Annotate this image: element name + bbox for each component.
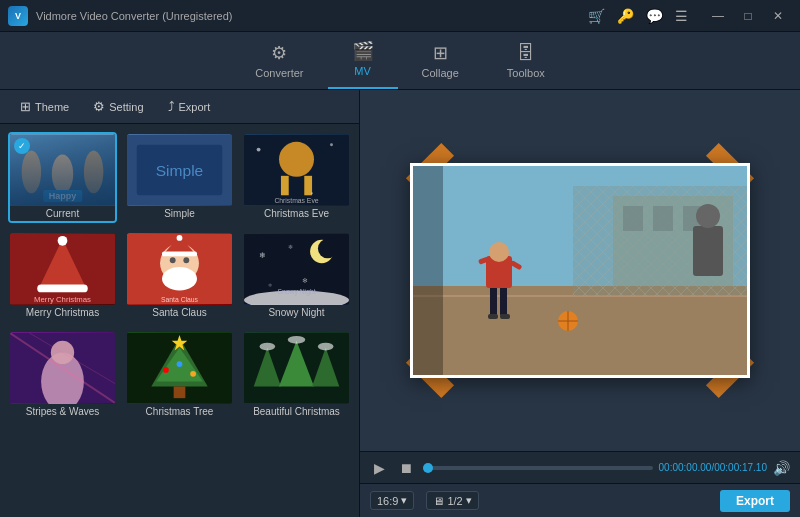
- svg-rect-80: [693, 226, 723, 276]
- page-selector[interactable]: 🖥 1/2 ▾: [426, 491, 478, 510]
- theme-santa-claus[interactable]: Santa Claus Santa Claus: [125, 231, 234, 322]
- progress-dot: [423, 463, 433, 473]
- title-text: Vidmore Video Converter (Unregistered): [36, 10, 588, 22]
- title-icons: 🛒 🔑 💬 ☰: [588, 8, 688, 24]
- converter-icon: ⚙: [271, 42, 287, 64]
- app-logo: V: [8, 6, 28, 26]
- svg-point-1: [22, 151, 41, 194]
- video-frame: [410, 163, 750, 378]
- minimize-button[interactable]: —: [704, 5, 732, 27]
- monitor-icon: 🖥: [433, 495, 444, 507]
- svg-rect-46: [174, 386, 186, 398]
- svg-point-24: [162, 267, 197, 290]
- shopping-cart-icon[interactable]: 🛒: [588, 8, 605, 24]
- svg-rect-70: [500, 284, 507, 316]
- svg-text:❄: ❄: [259, 251, 266, 260]
- svg-point-13: [311, 192, 313, 194]
- key-icon[interactable]: 🔑: [617, 8, 634, 24]
- mv-icon: 🎬: [352, 40, 374, 62]
- svg-point-47: [163, 367, 169, 373]
- setting-button[interactable]: ⚙ Setting: [83, 95, 153, 118]
- svg-rect-75: [488, 314, 498, 319]
- theme-beautiful-christmas[interactable]: Beautiful Christmas: [242, 330, 351, 421]
- theme-merry-label: Merry Christmas: [10, 305, 115, 320]
- maximize-button[interactable]: □: [734, 5, 762, 27]
- theme-santa-label: Santa Claus: [127, 305, 232, 320]
- progress-bar[interactable]: [423, 466, 653, 470]
- svg-rect-17: [37, 285, 88, 293]
- svg-point-31: [318, 239, 337, 258]
- theme-merry-christmas[interactable]: Merry Christmas Merry Christmas: [8, 231, 117, 322]
- stop-button[interactable]: ⏹: [395, 458, 417, 478]
- svg-text:Merry Christmas: Merry Christmas: [34, 295, 91, 304]
- content: ⊞ Theme ⚙ Setting ⤴ Export ✓: [0, 90, 800, 517]
- theme-label: Theme: [35, 101, 69, 113]
- left-panel: ⊞ Theme ⚙ Setting ⤴ Export ✓: [0, 90, 360, 517]
- export-button[interactable]: Export: [720, 490, 790, 512]
- svg-point-55: [260, 343, 276, 351]
- aspect-ratio-selector[interactable]: 16:9 ▾: [370, 491, 414, 510]
- preview-area: [360, 90, 800, 451]
- toolbox-icon: 🗄: [517, 43, 535, 64]
- tab-toolbox[interactable]: 🗄 Toolbox: [483, 37, 569, 89]
- svg-point-22: [170, 257, 176, 263]
- svg-rect-67: [653, 206, 673, 231]
- export-sub-label: Export: [179, 101, 211, 113]
- tab-converter-label: Converter: [255, 67, 303, 79]
- export-sub-button[interactable]: ⤴ Export: [158, 95, 221, 118]
- svg-point-11: [257, 148, 261, 152]
- bottom-controls: 16:9 ▾ 🖥 1/2 ▾ Export: [360, 483, 800, 517]
- theme-current[interactable]: ✓: [8, 132, 117, 223]
- svg-point-81: [696, 204, 720, 228]
- svg-point-27: [177, 235, 183, 241]
- chat-icon[interactable]: 💬: [646, 8, 663, 24]
- theme-button[interactable]: ⊞ Theme: [10, 95, 79, 118]
- theme-beautiful-label: Beautiful Christmas: [244, 404, 349, 419]
- svg-point-72: [489, 242, 509, 262]
- svg-text:❄: ❄: [268, 283, 272, 288]
- play-button[interactable]: ▶: [370, 458, 389, 478]
- svg-point-3: [84, 151, 103, 194]
- time-display: 00:00:00.00/00:00:17.10: [659, 462, 767, 473]
- svg-rect-26: [162, 252, 197, 257]
- theme-simple-label: Simple: [127, 206, 232, 221]
- svg-rect-76: [500, 314, 510, 319]
- tab-collage-label: Collage: [422, 67, 459, 79]
- theme-stripes-label: Stripes & Waves: [10, 404, 115, 419]
- svg-point-2: [52, 154, 73, 193]
- export-arrow-icon: ⤴: [168, 99, 175, 114]
- svg-rect-9: [281, 176, 289, 195]
- svg-point-57: [318, 343, 334, 351]
- theme-christmas-tree[interactable]: Christmas Tree: [125, 330, 234, 421]
- svg-text:❄: ❄: [302, 277, 308, 284]
- collage-icon: ⊞: [433, 42, 448, 64]
- tab-collage[interactable]: ⊞ Collage: [398, 36, 483, 89]
- menu-icon[interactable]: ☰: [675, 8, 688, 24]
- svg-rect-82: [413, 166, 443, 375]
- theme-simple[interactable]: Simple Simple: [125, 132, 234, 223]
- tab-converter[interactable]: ⚙ Converter: [231, 36, 327, 89]
- tab-mv-label: MV: [354, 65, 371, 77]
- setting-gear-icon: ⚙: [93, 99, 105, 114]
- current-theme-sublabel: Happy: [43, 190, 83, 202]
- theme-christmas-eve[interactable]: Christmas Eve Christmas Eve: [242, 132, 351, 223]
- close-button[interactable]: ✕: [764, 5, 792, 27]
- right-panel: ▶ ⏹ 00:00:00.00/00:00:17.10 🔊 16:9 ▾ 🖥 1…: [360, 90, 800, 517]
- theme-snowy-night[interactable]: ❄ ❄ ❄ ❄ Snowy Night Snowy Night: [242, 231, 351, 322]
- window-controls: — □ ✕: [704, 5, 792, 27]
- page-dropdown-icon: ▾: [466, 494, 472, 507]
- svg-text:Snowy Night: Snowy Night: [277, 288, 315, 296]
- volume-icon[interactable]: 🔊: [773, 460, 790, 476]
- theme-grid: ✓: [0, 124, 359, 517]
- svg-point-48: [190, 371, 196, 377]
- aspect-dropdown-icon: ▾: [401, 494, 407, 507]
- tab-toolbox-label: Toolbox: [507, 67, 545, 79]
- svg-point-49: [177, 361, 183, 367]
- tab-mv[interactable]: 🎬 MV: [328, 34, 398, 89]
- theme-stripes-waves[interactable]: Stripes & Waves: [8, 330, 117, 421]
- svg-text:Santa Claus: Santa Claus: [161, 296, 199, 303]
- selected-check-icon: ✓: [14, 138, 30, 154]
- svg-rect-10: [304, 176, 312, 195]
- svg-text:Christmas Eve: Christmas Eve: [274, 197, 318, 204]
- svg-rect-69: [490, 286, 497, 316]
